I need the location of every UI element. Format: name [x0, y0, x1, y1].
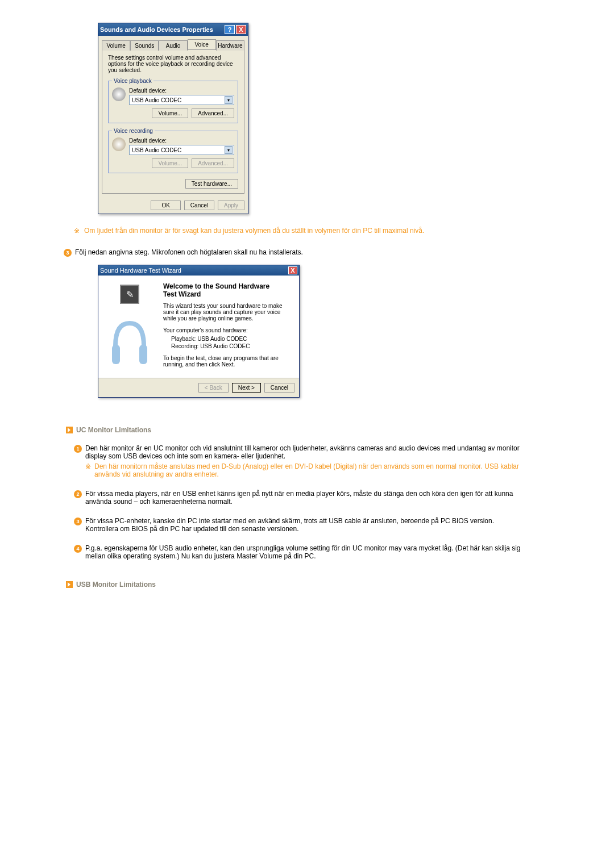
- uc-item-4: P.g.a. egenskaperna för USB audio enhete…: [85, 544, 523, 560]
- close-button[interactable]: X: [236, 25, 246, 34]
- wizard-heading-2: Test Wizard: [163, 290, 201, 298]
- volume-note: Om ljudet från din monitor är för svagt …: [84, 227, 424, 235]
- section-arrow-icon: [66, 427, 73, 433]
- tab-strip: Volume Sounds Audio Voice Hardware: [102, 39, 244, 49]
- num-1-badge: 1: [74, 445, 82, 453]
- sound-hardware-wizard: Sound Hardware Test Wizard X ✎ Welcome t…: [98, 265, 300, 398]
- dialog-title: Sounds and Audio Devices Properties: [100, 26, 213, 33]
- tab-voice[interactable]: Voice: [188, 39, 216, 49]
- uc-item-3b: Kontrollera om BIOS på din PC har update…: [85, 525, 494, 533]
- voice-playback-group: Voice playback Default device: USB Audio…: [108, 78, 238, 123]
- help-button[interactable]: ?: [225, 25, 235, 34]
- step-3-text: Följ nedan angivna steg. Mikrofonen och …: [75, 248, 303, 257]
- usb-section-title: USB Monitor Limitations: [76, 581, 156, 589]
- uc-section-title: UC Monitor Limitations: [76, 426, 151, 434]
- wizard-title: Sound Hardware Test Wizard: [100, 267, 181, 274]
- playback-device-select[interactable]: USB Audio CODEC ▾: [129, 95, 234, 105]
- uc-item-3a: För vissa PC-enheter, kanske din PC inte…: [85, 517, 494, 525]
- chevron-down-icon: ▾: [225, 146, 233, 154]
- wizard-p2: Your computer's sound hardware:: [163, 327, 291, 333]
- dialog-titlebar: Sounds and Audio Devices Properties ? X: [98, 23, 248, 36]
- microphone-icon: [112, 137, 126, 151]
- tab-audio[interactable]: Audio: [159, 40, 187, 51]
- uc-item-2: För vissa media players, när en USB enhe…: [85, 490, 523, 506]
- chevron-down-icon: ▾: [225, 96, 233, 104]
- wizard-titlebar: Sound Hardware Test Wizard X: [98, 265, 299, 276]
- uc-item-1-note: Den här monitorn måste anslutas med en D…: [94, 462, 523, 478]
- tab-hardware[interactable]: Hardware: [216, 40, 244, 51]
- recording-volume-button[interactable]: Volume...: [152, 158, 188, 168]
- tab-body: These settings control volume and advanc…: [102, 49, 244, 194]
- cancel-button[interactable]: Cancel: [264, 383, 294, 393]
- playback-advanced-button[interactable]: Advanced...: [192, 108, 234, 118]
- back-button[interactable]: < Back: [198, 383, 229, 393]
- ok-button[interactable]: OK: [151, 201, 180, 210]
- wizard-playback: Playback: USB Audio CODEC: [163, 333, 291, 343]
- playback-legend: Voice playback: [112, 78, 154, 84]
- mic-graphic-icon: ✎: [120, 285, 139, 304]
- svg-rect-1: [139, 345, 147, 364]
- recording-label: Default device:: [129, 137, 234, 144]
- tab-volume[interactable]: Volume: [102, 40, 130, 51]
- next-button[interactable]: Next >: [232, 383, 261, 393]
- note-star-icon: ※: [85, 462, 91, 478]
- voice-recording-group: Voice recording Default device: USB Audi…: [108, 128, 238, 173]
- svg-rect-0: [112, 345, 120, 364]
- playback-volume-button[interactable]: Volume...: [152, 108, 188, 118]
- playback-label: Default device:: [129, 87, 234, 94]
- cancel-button[interactable]: Cancel: [184, 201, 214, 210]
- recording-legend: Voice recording: [112, 128, 155, 134]
- wizard-recording: Recording: USB Audio CODEC: [163, 343, 291, 355]
- step-3-badge: 3: [64, 249, 72, 257]
- headphones-icon: [110, 312, 150, 374]
- test-hardware-button[interactable]: Test hardware...: [185, 179, 238, 189]
- recording-device-value: USB Audio CODEC: [132, 147, 181, 153]
- wizard-p3: To begin the test, close any programs th…: [163, 355, 291, 368]
- uc-item-1: Den här monitor är en UC monitor och vid…: [85, 444, 523, 460]
- note-star-icon: ※: [74, 227, 80, 235]
- tab-description: These settings control volume and advanc…: [108, 55, 238, 73]
- num-3-badge: 3: [74, 518, 82, 525]
- recording-device-select[interactable]: USB Audio CODEC ▾: [129, 145, 234, 155]
- sounds-devices-dialog: Sounds and Audio Devices Properties ? X …: [98, 23, 248, 214]
- playback-device-value: USB Audio CODEC: [132, 97, 181, 103]
- wizard-main: Welcome to the Sound HardwareTest Wizard…: [161, 276, 299, 378]
- recording-advanced-button[interactable]: Advanced...: [192, 158, 234, 168]
- wizard-sidebar: ✎: [98, 276, 161, 378]
- num-2-badge: 2: [74, 490, 82, 498]
- section-arrow-icon: [66, 581, 73, 588]
- close-button[interactable]: X: [288, 266, 297, 274]
- speaker-icon: [112, 87, 126, 101]
- wizard-heading-1: Welcome to the Sound Hardware: [163, 282, 269, 290]
- wizard-p1: This wizard tests your sound hardware to…: [163, 303, 291, 322]
- tab-sounds[interactable]: Sounds: [130, 40, 159, 51]
- apply-button[interactable]: Apply: [218, 201, 244, 210]
- num-4-badge: 4: [74, 545, 82, 553]
